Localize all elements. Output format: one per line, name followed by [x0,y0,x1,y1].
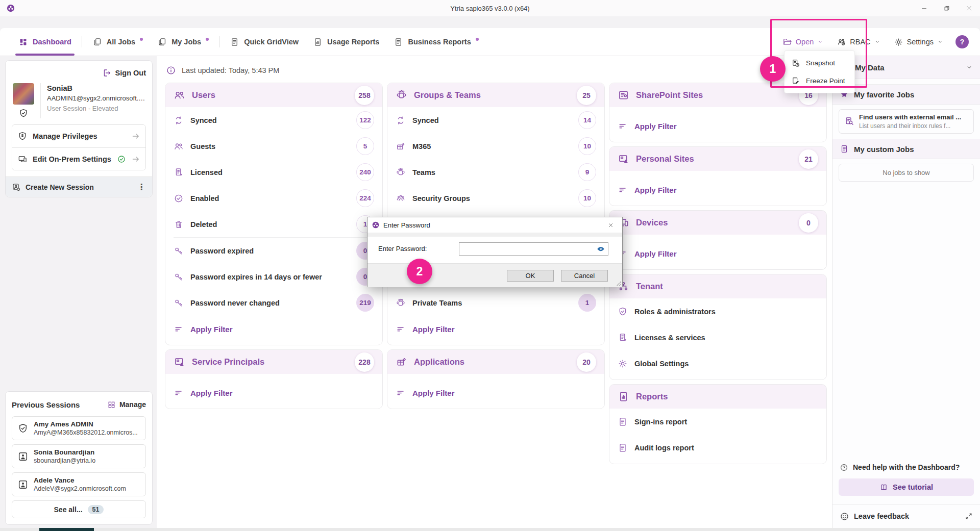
stat-row-licensed[interactable]: Licensed 240 [165,159,382,185]
chevron-down-icon [874,39,880,45]
tab-quick-gridview[interactable]: Quick GridView [223,28,306,56]
session-email: sbounardjian@ytria.io [34,457,140,464]
personal-sites-apply-filter[interactable]: Apply Filter [609,177,826,203]
signins-report-row[interactable]: Sign-ins report [609,409,826,435]
stat-row-m365[interactable]: M365 10 [387,133,604,159]
last-updated: Last updated: Today, 5:43 PM [166,65,827,75]
stat-row-enabled[interactable]: Enabled 224 [165,185,382,211]
stat-row-password-never-changed[interactable]: Password never changed 219 [165,290,382,316]
sharepoint-apply-filter[interactable]: Apply Filter [609,113,826,139]
stat-row-synced[interactable]: Synced 14 [387,107,604,133]
favorite-job-item[interactable]: Find users with external email ... List … [839,109,974,134]
stat-row-private-teams[interactable]: Private Teams 1 [387,290,604,316]
dialog-close-button[interactable] [603,219,618,231]
cancel-button[interactable]: Cancel [561,270,608,282]
annotation-step-2: 2 [407,259,432,284]
tenant-roles-admins[interactable]: Roles & administrators [609,298,826,324]
users-card-header[interactable]: Users 258 [165,83,382,107]
tenant-licenses-services[interactable]: Licenses & services [609,324,826,350]
devices-header[interactable]: Devices 0 [609,211,826,235]
tab-usage-reports[interactable]: Usage Reports [306,28,386,56]
expand-icon[interactable] [965,512,973,520]
stat-row-guests[interactable]: Guests 5 [165,133,382,159]
help-button[interactable]: ? [955,35,969,48]
stat-row-security-groups[interactable]: Security Groups 10 [387,185,604,211]
audit-logs-report-row[interactable]: Audit logs report [609,435,826,461]
favorite-job-description: List users and their inbox rules f... [859,122,961,130]
tab-label: All Jobs [107,38,135,46]
card-title: SharePoint Sites [636,90,792,100]
settings-label: Settings [907,38,934,46]
dashboard-icon [18,37,28,47]
favorite-jobs-label: My favorite Jobs [854,90,973,99]
doc-search-icon [844,116,854,127]
tenant-global-settings[interactable]: Global Settings [609,350,826,376]
create-new-session-button[interactable]: Create New Session ⋮ [6,176,152,197]
tab-dashboard[interactable]: Dashboard [11,28,79,56]
manage-privileges-button[interactable]: Manage Privileges [12,125,145,147]
trash-icon [174,219,184,230]
service-principals-header[interactable]: Service Principals 228 [165,350,382,374]
tenant-row-label: Roles & administrators [634,308,818,316]
session-list-item[interactable]: Adele Vance AdeleV@sygx2.onmicrosoft.com [12,472,146,496]
applications-header[interactable]: Applications 20 [387,350,604,374]
devices-card: Devices 0 Apply Filter [609,210,827,270]
stat-row-teams[interactable]: Teams 9 [387,159,604,185]
users-apply-filter[interactable]: Apply Filter [165,316,382,342]
applications-apply-filter[interactable]: Apply Filter [387,380,604,406]
tab-all-jobs[interactable]: All Jobs [85,28,150,56]
stat-label: Deleted [190,220,350,229]
minimize-button[interactable] [919,3,929,13]
service-principals-apply-filter[interactable]: Apply Filter [165,380,382,406]
kebab-menu-icon[interactable]: ⋮ [137,182,146,192]
see-tutorial-button[interactable]: See tutorial [839,478,974,496]
stat-badge: 240 [356,163,374,181]
bottom-strip [0,528,980,531]
applications-card: Applications 20 Apply Filter [387,349,605,409]
stat-row-password-expires-soon[interactable]: Password expires in 14 days or fewer 0 [165,264,382,290]
notification-dot [206,38,209,41]
password-input[interactable] [459,242,608,256]
tab-business-reports[interactable]: Business Reports [386,28,485,56]
dialog-title-bar[interactable]: Enter Password [368,217,622,233]
see-all-button[interactable]: See all... 51 [12,500,146,518]
manage-sessions-button[interactable]: Manage [107,400,146,409]
resize-grip[interactable] [616,281,621,286]
leave-feedback-button[interactable]: Leave feedback [832,504,980,528]
teams-icon [396,298,406,308]
personal-sites-card: Personal Sites 21 Apply Filter [609,146,827,206]
tab-my-jobs[interactable]: My Jobs [150,28,216,56]
close-button[interactable] [964,3,974,13]
groups-teams-header[interactable]: Groups & Teams 25 [387,83,604,107]
tenant-header[interactable]: Tenant [609,274,826,298]
maximize-button[interactable] [941,3,951,13]
key-icon [174,246,184,256]
shield-check-icon [618,307,628,317]
sync-icon [174,115,184,125]
session-email: AdeleV@sygx2.onmicrosoft.com [34,485,140,492]
reports-header[interactable]: Reports [609,385,826,409]
card-count-badge: 25 [577,86,596,105]
eye-icon[interactable] [596,244,605,254]
card-title: Tenant [636,282,818,291]
stat-row-password-expired[interactable]: Password expired 0 [165,238,382,264]
shield-check-icon [18,108,29,118]
ok-button[interactable]: OK [507,270,554,282]
session-list-item[interactable]: Sonia Bounardjian sbounardjian@ytria.io [12,444,146,468]
book-icon [879,483,888,492]
stat-row-deleted[interactable]: Deleted 1 [165,211,382,237]
reports-card: Reports Sign-ins report Audit logs repor… [609,384,827,464]
stat-row-synced[interactable]: Synced 122 [165,107,382,133]
manage-label: Manage [119,400,146,409]
edit-onprem-button[interactable]: Edit On-Prem Settings [12,147,145,170]
groups-apply-filter[interactable]: Apply Filter [387,316,604,342]
settings-button[interactable]: Settings [890,37,947,47]
session-list-item[interactable]: Amy Ames ADMIN AmyA@M365x85832012.onmicr… [12,416,146,440]
sign-out-button[interactable]: Sign Out [12,67,146,79]
my-jobs-icon [157,37,167,47]
report-icon [618,417,628,427]
devices-apply-filter[interactable]: Apply Filter [609,241,826,266]
personal-sites-header[interactable]: Personal Sites 21 [609,147,826,171]
apply-filter-label: Apply Filter [412,389,455,397]
apply-filter-label: Apply Filter [634,186,677,194]
